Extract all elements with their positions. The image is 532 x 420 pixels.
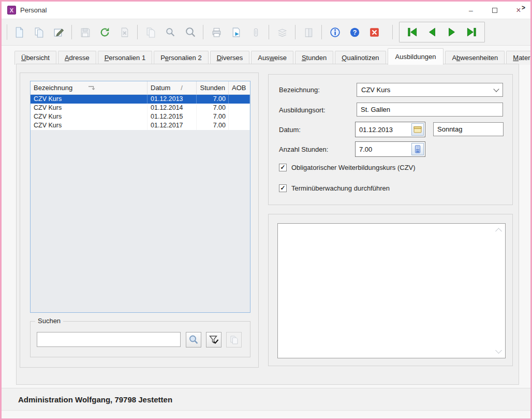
duplicate-button[interactable] xyxy=(141,23,160,41)
datum-field[interactable]: 01.12.2013 xyxy=(355,122,425,137)
czv-checkbox-label: Obligatorischer Weiterbildungskurs (CZV) xyxy=(291,164,416,171)
tab-abwesenheiten[interactable]: Abwesenheiten xyxy=(445,51,505,65)
info-button[interactable] xyxy=(325,23,345,41)
calculator-button[interactable] xyxy=(411,143,424,155)
column-header-stunden[interactable]: Stunden xyxy=(197,81,229,94)
table-cell xyxy=(229,95,250,104)
tab-personalien-2[interactable]: Personalien 2 xyxy=(154,51,209,65)
toolbar-separator xyxy=(269,25,269,39)
column-header-datum[interactable]: Datum / xyxy=(147,81,197,94)
notes-group xyxy=(268,214,513,366)
first-record-icon xyxy=(406,26,419,38)
table-cell: 01.12.2017 xyxy=(147,121,197,130)
bezeichnung-label: Bezeichnung: xyxy=(279,86,320,94)
exit-button[interactable] xyxy=(364,23,384,41)
close-button[interactable]: × xyxy=(507,2,530,19)
calendar-button[interactable] xyxy=(411,123,424,136)
report-button[interactable] xyxy=(299,23,318,41)
anzahl-stunden-field[interactable]: 7.00 xyxy=(355,141,425,157)
last-record-button[interactable] xyxy=(462,23,481,41)
last-record-icon xyxy=(465,26,478,38)
copy-record-icon xyxy=(33,26,45,38)
tab-übersicht[interactable]: Übersicht xyxy=(14,51,56,65)
ausbildungsort-input[interactable] xyxy=(357,103,503,117)
table-cell: CZV Kurs xyxy=(31,121,147,130)
edit-record-button[interactable] xyxy=(49,23,68,41)
previous-record-button[interactable] xyxy=(422,23,442,41)
tab-qualinotizen[interactable]: Qualinotizen xyxy=(335,51,386,65)
delete-icon xyxy=(119,26,130,38)
termin-checkbox-row[interactable]: ✓ Terminüberwachung durchführen xyxy=(279,184,390,192)
copy-record-button[interactable] xyxy=(29,23,49,41)
tab-material[interactable]: Material xyxy=(506,51,532,65)
check-icon: ✓ xyxy=(280,164,285,170)
tab-ausweise[interactable]: Ausweise xyxy=(251,51,293,65)
tab-diverses[interactable]: Diverses xyxy=(210,51,250,65)
table-row[interactable]: CZV Kurs01.12.20177.00 xyxy=(31,121,250,130)
print-button[interactable] xyxy=(206,23,226,41)
find-icon xyxy=(165,26,176,38)
czv-checkbox-row[interactable]: ✓ Obligatorischer Weiterbildungskurs (CZ… xyxy=(279,164,416,171)
refresh-button[interactable] xyxy=(95,23,114,41)
column-header-bezeichnung[interactable]: Bezeichnung xyxy=(31,81,147,94)
help-icon: ? xyxy=(349,26,361,38)
report-icon xyxy=(303,26,315,38)
print-icon xyxy=(211,26,223,38)
tab-personalien-1[interactable]: Personalien 1 xyxy=(98,51,153,65)
table-row[interactable]: CZV Kurs01.12.20157.00 xyxy=(31,112,250,121)
delete-button[interactable] xyxy=(114,23,134,41)
next-record-button[interactable] xyxy=(442,23,462,41)
table-empty-area xyxy=(31,130,250,312)
table-cell: 7.00 xyxy=(197,121,229,130)
weekday-input[interactable] xyxy=(433,122,504,136)
table-cell xyxy=(229,121,250,130)
tab-bar: ÜbersichtAdressePersonalien 1Personalien… xyxy=(2,46,530,64)
send-button[interactable] xyxy=(272,23,292,41)
help-button[interactable]: ? xyxy=(345,23,364,41)
column-header-aob[interactable]: AOB xyxy=(229,81,250,94)
new-record-button[interactable] xyxy=(9,23,29,41)
termin-checkbox-label: Terminüberwachung durchführen xyxy=(291,184,390,192)
svg-text:?: ? xyxy=(352,28,357,36)
search-input[interactable] xyxy=(37,332,181,347)
search-execute-button[interactable] xyxy=(186,332,201,347)
tab-adresse[interactable]: Adresse xyxy=(58,51,96,65)
previous-record-icon xyxy=(426,26,438,38)
tab-overflow-arrow[interactable]: > xyxy=(522,4,525,11)
table-row[interactable]: CZV Kurs01.12.20147.00 xyxy=(31,104,250,112)
find-button[interactable] xyxy=(160,23,180,41)
sort-ascending-icon: / xyxy=(181,84,183,92)
filter-apply-button[interactable] xyxy=(206,332,221,347)
attachment-icon xyxy=(250,26,262,38)
print-preview-button[interactable] xyxy=(226,23,246,41)
first-record-button[interactable] xyxy=(403,23,422,41)
exit-icon xyxy=(368,26,380,38)
anzahl-stunden-label: Anzahl Stunden: xyxy=(279,146,328,153)
notes-textarea[interactable] xyxy=(278,224,505,358)
save-button[interactable] xyxy=(75,23,95,41)
czv-checkbox[interactable]: ✓ xyxy=(279,164,287,171)
ausbildungsort-label: Ausbildungsort: xyxy=(279,106,326,114)
attachment-button[interactable] xyxy=(246,23,265,41)
minimize-button[interactable]: – xyxy=(459,2,483,19)
duplicate-icon xyxy=(145,26,157,38)
table-row[interactable]: CZV Kurs01.12.20137.00 xyxy=(31,95,250,104)
title-bar: X Personal – × xyxy=(2,2,530,19)
bezeichnung-combobox[interactable]: CZV Kurs xyxy=(357,83,503,97)
copy-result-button[interactable] xyxy=(226,332,242,347)
maximize-button[interactable] xyxy=(483,2,507,19)
toolbar-separator xyxy=(321,25,322,39)
table-cell: 7.00 xyxy=(197,95,229,104)
training-table[interactable]: Bezeichnung Datum / Stunden AOB CZV Kurs… xyxy=(30,81,250,313)
tab-ausbildungen[interactable]: Ausbildungen xyxy=(388,48,444,65)
filter-apply-icon xyxy=(208,334,219,345)
table-cell: 7.00 xyxy=(197,112,229,121)
termin-checkbox[interactable]: ✓ xyxy=(279,184,287,192)
refresh-icon xyxy=(99,26,111,38)
window-controls: – × xyxy=(459,2,530,19)
search-button[interactable] xyxy=(180,23,200,41)
anzahl-stunden-value: 7.00 xyxy=(359,146,372,153)
status-text: Administration Wolfgang, 79798 Jestetten xyxy=(18,395,172,404)
table-header[interactable]: Bezeichnung Datum / Stunden AOB xyxy=(31,81,250,95)
tab-stunden[interactable]: Stunden xyxy=(295,51,333,65)
